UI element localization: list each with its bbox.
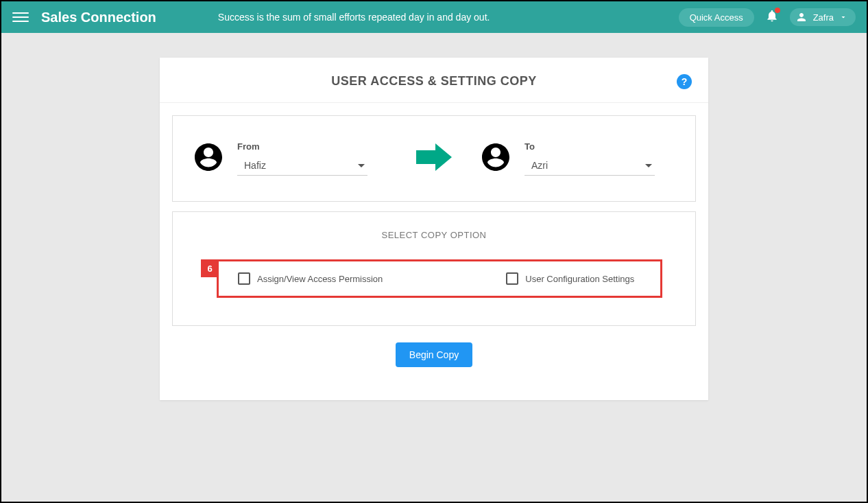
person-icon (795, 11, 808, 23)
help-icon[interactable]: ? (677, 74, 692, 89)
quick-access-button[interactable]: Quick Access (679, 8, 754, 27)
brand-title: Sales Connection (41, 10, 156, 25)
action-row: Begin Copy (172, 326, 696, 388)
to-user-value: Azri (531, 160, 548, 171)
user-menu[interactable]: Zafra (790, 8, 856, 26)
tagline-text: Success is the sum of small efforts repe… (218, 12, 490, 23)
caret-down-icon (645, 164, 652, 167)
from-label: From (237, 141, 389, 152)
user-name: Zafra (813, 12, 834, 23)
card-title: USER ACCESS & SETTING COPY (173, 74, 695, 89)
caret-down-icon (358, 164, 365, 167)
option-label: Assign/View Access Permission (257, 274, 383, 284)
menu-icon[interactable] (12, 9, 29, 25)
option-user-config[interactable]: User Configuration Settings (506, 272, 634, 285)
to-user-block: To Azri (479, 141, 676, 176)
card-body: From Hafiz To (160, 103, 708, 400)
to-label: To (525, 141, 676, 152)
page-content: USER ACCESS & SETTING COPY ? From Hafiz (1, 33, 867, 425)
checkbox-icon[interactable] (238, 272, 250, 285)
chevron-down-icon (839, 13, 847, 21)
step-badge: 6 (201, 259, 219, 277)
from-to-panel: From Hafiz To (172, 115, 696, 202)
from-user-select[interactable]: Hafiz (237, 156, 367, 176)
from-user-block: From Hafiz (192, 141, 389, 176)
arrow-right-icon (402, 143, 466, 174)
option-assign-view[interactable]: Assign/View Access Permission (238, 272, 383, 285)
notifications-icon[interactable] (765, 9, 779, 25)
checkbox-icon[interactable] (506, 272, 518, 285)
copy-option-panel: SELECT COPY OPTION 6 Assign/View Access … (172, 211, 696, 326)
card-header: USER ACCESS & SETTING COPY ? (160, 58, 708, 103)
person-icon (192, 141, 225, 176)
to-user-select[interactable]: Azri (525, 156, 655, 176)
notification-dot (775, 8, 780, 13)
from-user-value: Hafiz (244, 160, 266, 171)
option-label: User Configuration Settings (525, 274, 634, 284)
section-title: SELECT COPY OPTION (192, 230, 676, 240)
settings-card: USER ACCESS & SETTING COPY ? From Hafiz (160, 58, 708, 400)
highlight-box: 6 Assign/View Access Permission User Con… (217, 259, 662, 298)
svg-marker-0 (416, 143, 452, 171)
person-icon (479, 141, 512, 176)
top-bar: Sales Connection Success is the sum of s… (1, 1, 867, 33)
begin-copy-button[interactable]: Begin Copy (396, 342, 472, 367)
